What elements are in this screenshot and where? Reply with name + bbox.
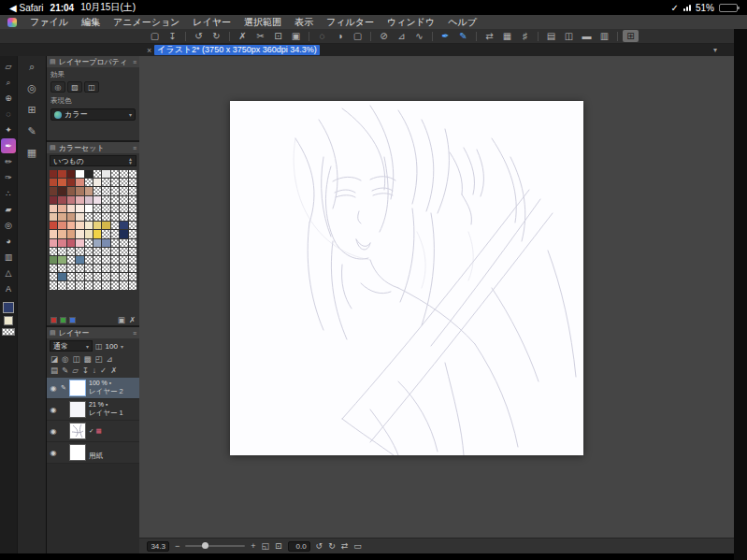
color-swatch[interactable]: [50, 222, 57, 229]
color-swatch[interactable]: [129, 187, 136, 194]
color-swatch[interactable]: [129, 179, 136, 186]
color-swatch[interactable]: [76, 196, 83, 204]
select-border-icon[interactable]: ▢: [350, 29, 366, 43]
color-swatch[interactable]: [50, 213, 57, 221]
color-swatch[interactable]: [67, 205, 75, 212]
panel-menu-icon[interactable]: ≡: [133, 330, 136, 337]
color-swatch[interactable]: [58, 213, 65, 221]
color-swatch[interactable]: [67, 273, 75, 280]
color-swatch[interactable]: [76, 179, 83, 186]
color-swatch[interactable]: [85, 248, 93, 255]
color-swatch[interactable]: [120, 248, 127, 255]
flip-view-icon[interactable]: ⇄: [341, 541, 349, 551]
apply-mask-icon[interactable]: ✓: [100, 366, 107, 375]
color-swatch[interactable]: [102, 187, 109, 194]
fit-screen-icon[interactable]: ◱: [262, 541, 270, 551]
rotate-ccw-icon[interactable]: ↺: [316, 541, 323, 551]
new-raster-layer-icon[interactable]: ▤: [50, 366, 58, 375]
menu-item-アニメーション[interactable]: アニメーション: [107, 16, 186, 29]
grid-view-icon[interactable]: ▦: [499, 29, 515, 43]
color-swatch[interactable]: [120, 222, 127, 229]
menu-item-選択範囲[interactable]: 選択範囲: [237, 16, 288, 29]
zoom-value[interactable]: 34.3: [147, 541, 169, 552]
color-swatch[interactable]: [50, 248, 57, 255]
eraser-tool[interactable]: ▰: [1, 202, 16, 217]
color-swatch[interactable]: [102, 248, 109, 255]
new-folder-icon[interactable]: ▱: [72, 366, 79, 375]
app-logo-icon[interactable]: [7, 18, 17, 27]
fullscreen-icon[interactable]: ⊞: [623, 30, 639, 42]
color-swatch[interactable]: [102, 273, 109, 280]
menu-item-ヘルプ[interactable]: ヘルプ: [441, 16, 483, 29]
panel-menu-icon[interactable]: ≡: [133, 145, 136, 151]
color-swatch[interactable]: [93, 256, 101, 264]
color-swatch[interactable]: [120, 196, 127, 204]
color-swatch[interactable]: [111, 205, 119, 212]
color-swatch[interactable]: [85, 187, 93, 194]
dock-pen-icon[interactable]: ✎: [27, 125, 36, 137]
color-swatch[interactable]: [111, 196, 119, 204]
add-color-icon[interactable]: ▣: [118, 315, 125, 324]
safari-back-link[interactable]: ◀ Safari: [9, 3, 44, 13]
gradient-tool[interactable]: ▥: [1, 250, 16, 265]
color-swatch[interactable]: [76, 187, 83, 194]
color-swatch[interactable]: [120, 265, 127, 272]
color-set-preset-dropdown[interactable]: いつもの ▲▼: [50, 155, 136, 166]
palette-chip-2[interactable]: [69, 317, 76, 323]
color-swatch[interactable]: [129, 213, 136, 221]
object-tool[interactable]: ▱: [1, 59, 16, 74]
color-swatch[interactable]: [85, 213, 93, 221]
layer-thumbnail[interactable]: [69, 444, 86, 461]
color-swatch[interactable]: [50, 205, 57, 212]
color-swatch[interactable]: [58, 273, 65, 280]
color-swatch[interactable]: [58, 196, 65, 204]
zoom-slider[interactable]: [185, 545, 245, 547]
fill-tool[interactable]: ◕: [1, 234, 16, 249]
snap-ruler-icon[interactable]: ⊿: [394, 29, 409, 43]
auto-select-tool[interactable]: ✦: [1, 122, 16, 137]
color-swatch[interactable]: [50, 179, 57, 186]
tab-close-icon[interactable]: ×: [147, 46, 151, 55]
layer-row[interactable]: ◉21 %▪レイヤー 1: [47, 399, 139, 421]
color-swatch[interactable]: [58, 248, 65, 255]
color-swatch[interactable]: [129, 170, 136, 178]
color-swatch[interactable]: [102, 265, 109, 272]
color-swatch[interactable]: [85, 265, 93, 272]
color-swatch[interactable]: [102, 230, 109, 237]
color-swatch[interactable]: [67, 256, 75, 264]
color-swatch[interactable]: [85, 179, 93, 186]
color-swatch[interactable]: [50, 170, 57, 178]
color-swatch[interactable]: [76, 256, 83, 264]
color-swatch[interactable]: [67, 222, 75, 229]
color-swatch[interactable]: [67, 187, 75, 194]
color-swatch[interactable]: [129, 248, 136, 255]
border-effect-icon[interactable]: ◎: [50, 81, 65, 93]
color-swatch[interactable]: [129, 222, 136, 229]
brush-tool[interactable]: ✑: [1, 170, 16, 185]
color-swatch[interactable]: [93, 170, 101, 178]
chevron-down-icon[interactable]: ▾: [121, 343, 123, 350]
dock-color-icon[interactable]: ◎: [27, 82, 36, 94]
tone-effect-icon[interactable]: ▨: [67, 81, 82, 93]
color-swatch[interactable]: [50, 281, 57, 289]
color-swatch[interactable]: [85, 256, 93, 264]
color-swatch[interactable]: [120, 179, 127, 186]
color-swatch[interactable]: [102, 196, 109, 204]
color-swatch[interactable]: [58, 239, 65, 247]
reset-view-icon[interactable]: ▭: [353, 541, 362, 551]
color-swatch[interactable]: [76, 265, 83, 272]
color-swatch[interactable]: [85, 196, 93, 204]
color-swatch[interactable]: [120, 281, 127, 289]
color-swatch[interactable]: [129, 230, 136, 237]
color-swatch[interactable]: [58, 179, 65, 186]
color-swatch[interactable]: [76, 213, 83, 221]
color-swatch[interactable]: [93, 222, 101, 229]
layer-thumbnail[interactable]: [69, 423, 86, 439]
color-swatch[interactable]: [58, 230, 65, 237]
background-color-chip[interactable]: [4, 316, 13, 325]
color-swatch[interactable]: [129, 265, 136, 272]
copy-icon[interactable]: ⊡: [270, 29, 286, 43]
color-swatch[interactable]: [93, 196, 101, 204]
merge-down-icon[interactable]: ↓: [93, 366, 96, 375]
clip-to-layer-icon[interactable]: ◪: [50, 354, 58, 364]
